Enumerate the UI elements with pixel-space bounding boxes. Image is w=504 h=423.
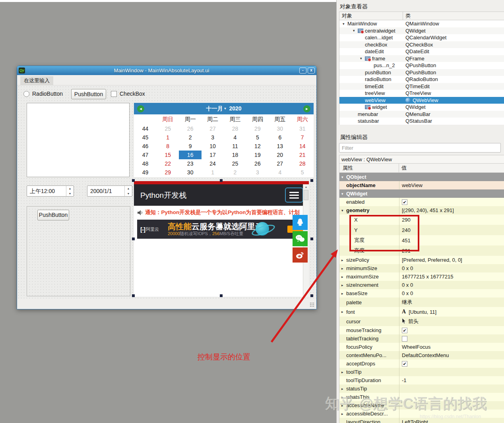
checkbox-unchecked-icon[interactable]: [402, 336, 407, 342]
tree-row-pushButton[interactable]: pushButtonQPushButton: [339, 69, 504, 76]
calendar-day-cell[interactable]: 3: [246, 168, 269, 177]
calendar-day-cell[interactable]: 10: [202, 142, 224, 151]
date-edit-widget[interactable]: 2000/1/1 ▲▼: [87, 185, 132, 197]
column-value[interactable]: 值: [399, 164, 504, 172]
tree-row-timeEdit[interactable]: timeEditQTimeEdit: [339, 83, 504, 90]
calendar-day-cell[interactable]: 2: [224, 168, 246, 177]
calendar-day-cell[interactable]: 26: [179, 124, 201, 133]
calendar-year[interactable]: 2020: [229, 105, 241, 112]
property-row-palette[interactable]: palette继承: [339, 297, 504, 307]
resize-handle[interactable]: [132, 179, 135, 182]
date-spinner[interactable]: ▲▼: [124, 186, 132, 196]
property-row-cursor[interactable]: cursor箭头: [339, 317, 504, 326]
tree-row-widget[interactable]: widgetQWidget: [339, 104, 504, 111]
time-edit-widget[interactable]: 上午12:00 ▲▼: [27, 185, 74, 197]
calendar-day-cell[interactable]: 1: [202, 168, 224, 177]
calendar-day-cell[interactable]: 4: [269, 168, 291, 177]
property-row-maximumSize[interactable]: ▸maximumSize16777215 x 16777215: [339, 272, 504, 281]
checkbox-checked-icon[interactable]: ✔: [402, 199, 407, 205]
resize-handle[interactable]: [220, 294, 223, 297]
calendar-day-cell[interactable]: 27: [202, 124, 224, 133]
calendar-day-cell[interactable]: 23: [179, 159, 201, 168]
calendar-day-cell[interactable]: 30: [179, 168, 201, 177]
calendar-day-cell[interactable]: 4: [224, 133, 246, 142]
time-edit-value[interactable]: 上午12:00: [27, 186, 66, 196]
calendar-day-cell[interactable]: 7: [291, 133, 314, 142]
property-row-enabled[interactable]: enabled✔: [339, 198, 504, 206]
property-row-toolTipDuration[interactable]: toolTipDuration-1: [339, 376, 504, 384]
spin-down-icon[interactable]: ▼: [66, 191, 74, 196]
weibo-icon[interactable]: [293, 247, 308, 263]
calendar-day-cell[interactable]: 2: [179, 133, 201, 142]
resize-handle[interactable]: [132, 294, 135, 297]
calendar-day-cell[interactable]: 28: [224, 124, 246, 133]
calendar-day-cell[interactable]: 17: [202, 151, 224, 159]
radio-button-widget[interactable]: RadioButton: [23, 91, 63, 97]
calendar-day-cell[interactable]: 31: [291, 124, 314, 133]
tree-row-calen...idget[interactable]: calen...idgetQCalendarWidget: [339, 34, 504, 41]
ad-banner[interactable]: [-] 阿里云 高性能云服务器就选阿里云 20000随机读写IOPS，256MB…: [137, 220, 306, 239]
calendar-day-cell[interactable]: 14: [291, 142, 314, 151]
resize-handle[interactable]: [220, 179, 223, 182]
property-row-sizePolicy[interactable]: ▸sizePolicy[Preferred, Preferred, 0, 0]: [339, 256, 504, 264]
tree-row-dateEdit[interactable]: dateEditQDateEdit: [339, 48, 504, 55]
calendar-day-cell[interactable]: 12: [246, 142, 269, 151]
time-spinner[interactable]: ▲▼: [66, 186, 74, 196]
checkbox-checked-icon[interactable]: ✔: [402, 328, 407, 333]
calendar-prev-icon[interactable]: ◄: [137, 105, 144, 112]
calendar-day-cell[interactable]: 15: [157, 151, 179, 159]
resize-handle[interactable]: [310, 238, 313, 240]
calendar-day-cell[interactable]: 5: [291, 168, 314, 177]
property-row-baseSize[interactable]: ▸baseSize0 x 0: [339, 289, 504, 297]
resize-handle[interactable]: [132, 238, 135, 240]
tree-row-centralwidget[interactable]: ▾centralwidgetQWidget: [339, 27, 504, 35]
calendar-day-cell[interactable]: 8: [157, 142, 179, 151]
checkbox-widget[interactable]: CheckBox: [111, 91, 145, 97]
calendar-day-cell[interactable]: 20: [269, 151, 291, 159]
calendar-day-cell[interactable]: 30: [269, 124, 291, 133]
tree-row-frame[interactable]: ▾frameQFrame: [339, 55, 504, 62]
property-row-focusPolicy[interactable]: focusPolicyWheelFocus: [339, 343, 504, 351]
tree-view-widget[interactable]: [27, 103, 130, 177]
property-row-minimumSize[interactable]: ▸minimumSize0 x 0: [339, 264, 504, 272]
tree-row-webView[interactable]: webViewQWebView: [339, 97, 504, 104]
property-row-font[interactable]: ▸fontA[Ubuntu, 11]: [339, 307, 504, 317]
calendar-day-cell[interactable]: 19: [246, 151, 269, 159]
hamburger-menu-icon[interactable]: [285, 187, 303, 203]
calendar-day-cell[interactable]: 6: [269, 133, 291, 142]
resize-grip-icon[interactable]: [310, 302, 315, 307]
spin-up-icon[interactable]: ▲: [66, 186, 74, 191]
calendar-day-cell[interactable]: 28: [291, 159, 314, 168]
calendar-month[interactable]: 十一月: [206, 105, 223, 112]
property-row-statusTip[interactable]: ▸statusTip: [339, 384, 504, 393]
frame-push-button[interactable]: PushButton: [37, 210, 69, 220]
calendar-day-cell[interactable]: 9: [179, 142, 201, 151]
calendar-day-cell[interactable]: 25: [157, 124, 179, 133]
column-class[interactable]: 类: [403, 12, 504, 19]
calendar-day-cell[interactable]: 5: [246, 133, 269, 142]
tree-row-menubar[interactable]: menubarQMenuBar: [339, 111, 504, 118]
property-group-QWidget[interactable]: ▾QWidget: [339, 189, 504, 198]
calendar-day-cell[interactable]: 13: [269, 142, 291, 151]
window-titlebar[interactable]: Qy MainWindow - MainWinAbsoluteLayout.ui…: [17, 66, 316, 75]
calendar-day-cell[interactable]: 22: [157, 159, 179, 168]
scroll-up-icon[interactable]: ▲: [303, 185, 309, 188]
property-row-toolTip[interactable]: ▸toolTip: [339, 368, 504, 376]
calendar-day-cell[interactable]: 18: [224, 151, 246, 159]
spin-down-icon[interactable]: ▼: [125, 191, 132, 196]
calendar-day-cell[interactable]: 24: [202, 159, 224, 168]
calendar-day-cell[interactable]: 29: [157, 168, 179, 177]
menu-type-here[interactable]: 在这里输入: [20, 76, 53, 85]
property-group-QObject[interactable]: ▾QObject: [339, 173, 504, 181]
qq-icon[interactable]: [293, 215, 308, 230]
calendar-widget[interactable]: ◄ 十一月▼2020 ► 周日周一周二周三周四周五周六4425262728293…: [134, 103, 314, 177]
calendar-day-cell[interactable]: 25: [224, 159, 246, 168]
wechat-icon[interactable]: [293, 231, 308, 246]
resize-handle[interactable]: [310, 179, 313, 182]
tree-row-treeView[interactable]: treeViewQTreeView: [339, 90, 504, 97]
calendar-day-cell[interactable]: 29: [246, 124, 269, 133]
calendar-day-cell[interactable]: 27: [269, 159, 291, 168]
calendar-day-cell[interactable]: 1: [157, 133, 179, 142]
spin-up-icon[interactable]: ▲: [125, 186, 132, 191]
column-property[interactable]: 属性: [339, 164, 399, 172]
